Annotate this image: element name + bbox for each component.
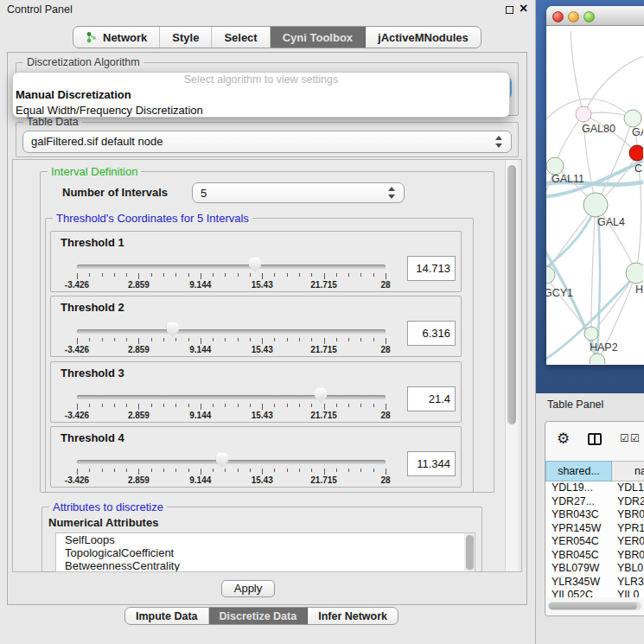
threshold-value-field[interactable]	[407, 256, 456, 281]
checkbox-icon[interactable]: ☑	[630, 432, 640, 444]
network-view-window[interactable]: GAL80GACGAL11GAL4GCY1HHAP2	[546, 6, 644, 365]
attribute-item[interactable]: BetweennessCentrality	[56, 559, 475, 572]
slider-thumb[interactable]	[315, 388, 327, 403]
slider-thumb[interactable]	[249, 258, 261, 272]
slider-track[interactable]	[77, 460, 386, 464]
dropdown-option[interactable]: Equal Width/Frequency Discretization	[13, 103, 509, 118]
minimize-traffic-light-icon[interactable]	[568, 11, 579, 22]
table-row[interactable]: YBL079WYBL0	[545, 562, 644, 576]
tab-jactivemnodules[interactable]: jActiveMNodules	[366, 27, 481, 48]
tick-mark	[89, 338, 90, 341]
slider-track[interactable]	[77, 265, 386, 269]
threshold-value-field[interactable]	[407, 321, 456, 346]
group-title-attributes: Attributes to discretize	[49, 501, 167, 513]
table-data-combobox[interactable]: galFiltered.sif default node	[22, 131, 512, 153]
threshold-slider[interactable]: -3.4262.8599.14415.4321.71528	[51, 362, 461, 422]
network-canvas[interactable]: GAL80GACGAL11GAL4GCY1HHAP2	[546, 26, 643, 364]
network-node[interactable]	[546, 266, 555, 284]
table-row[interactable]: YDL19...YDL1	[545, 481, 644, 495]
float-window-icon[interactable]	[506, 6, 513, 14]
network-node[interactable]	[590, 354, 605, 364]
tick-mark	[151, 404, 152, 407]
tick-mark	[188, 273, 189, 277]
threshold-slider[interactable]: -3.4262.8599.14415.4321.71528	[51, 232, 461, 291]
numerical-attributes-list[interactable]: SelfLoopsTopologicalCoefficientBetweenne…	[55, 532, 475, 572]
tick-mark	[126, 338, 127, 341]
tick-mark	[213, 338, 214, 341]
tick-mark	[188, 404, 189, 407]
column-header-shared[interactable]: shared...	[545, 461, 612, 481]
scrollbar-thumb[interactable]	[466, 535, 474, 570]
network-node[interactable]	[546, 157, 564, 175]
table-row[interactable]: YER054CYER0	[545, 535, 644, 549]
table-row[interactable]: YPR145WYPR1	[545, 522, 644, 536]
number-of-intervals-spinner[interactable]: 5	[192, 182, 405, 203]
checkbox-icon[interactable]: ☑	[620, 432, 629, 444]
tab-impute-data[interactable]: Impute Data	[125, 608, 209, 624]
tab-select[interactable]: Select	[212, 27, 270, 48]
tick-mark	[201, 273, 201, 279]
network-node[interactable]	[583, 193, 608, 217]
slider-thumb[interactable]	[216, 453, 228, 468]
attribute-item[interactable]: SelfLoops	[56, 533, 475, 546]
tab-discretize-data[interactable]: Discretize Data	[209, 608, 309, 624]
panel-scrollbar[interactable]	[505, 160, 518, 571]
tick-mark	[225, 338, 226, 341]
tab-cyni-toolbox[interactable]: Cyni Toolbox	[271, 27, 366, 48]
threshold-value-field[interactable]	[407, 386, 456, 411]
tick-mark	[299, 404, 300, 407]
tick-mark	[77, 273, 78, 279]
scrollbar-thumb[interactable]	[549, 603, 637, 609]
tab-infer-network[interactable]: Infer Network	[308, 608, 398, 624]
slider-thumb[interactable]	[167, 322, 179, 337]
table-row[interactable]: YIL052CYIL0	[545, 589, 644, 597]
tick-mark	[250, 273, 251, 277]
tick-mark	[348, 273, 349, 277]
network-edge[interactable]	[597, 216, 600, 360]
slider-tick-labels: -3.4262.8599.14415.4321.71528	[77, 345, 386, 355]
table-row[interactable]: YBR043CYBR0	[545, 508, 644, 522]
tick-mark	[287, 404, 288, 407]
network-node[interactable]	[624, 110, 641, 127]
network-node[interactable]	[629, 145, 643, 161]
tick-mark	[299, 273, 300, 277]
dropdown-option[interactable]: Manual Discretization	[13, 87, 509, 103]
tab-network[interactable]: Network	[73, 27, 160, 48]
table-row[interactable]: YLR345WYLR3	[545, 576, 644, 590]
network-node[interactable]	[584, 327, 598, 341]
tick-label: 28	[380, 345, 390, 354]
network-window-titlebar[interactable]	[546, 6, 644, 26]
tick-mark	[201, 404, 201, 410]
close-traffic-light-icon[interactable]	[552, 11, 564, 22]
numerical-attributes-heading: Numerical Attributes	[48, 516, 158, 529]
tick-mark	[311, 404, 312, 407]
tab-label: Discretize Data	[220, 610, 297, 622]
apply-button[interactable]: Apply	[221, 580, 275, 597]
attribute-item[interactable]: TopologicalCoefficient	[56, 546, 475, 559]
attributes-list-scrollbar[interactable]	[464, 533, 475, 571]
tick-mark	[287, 338, 288, 341]
gear-icon[interactable]: ⚙	[557, 430, 570, 447]
slider-track[interactable]	[77, 395, 386, 399]
network-edge[interactable]	[591, 205, 596, 334]
table-row[interactable]: YDR27...YDR2	[545, 495, 644, 509]
threshold-slider[interactable]: -3.4262.8599.14415.4321.71528	[51, 296, 461, 356]
threshold-slider[interactable]: -3.4262.8599.14415.4321.71528	[51, 427, 461, 487]
scrollbar-thumb[interactable]	[507, 165, 516, 424]
algorithm-dropdown-popup: Select algorithm to view settings Manual…	[12, 72, 510, 118]
network-node[interactable]	[576, 106, 591, 122]
tick-mark	[262, 469, 263, 475]
zoom-traffic-light-icon[interactable]	[583, 11, 595, 22]
slider-track[interactable]	[77, 329, 386, 334]
tick-label: -3.426	[65, 411, 89, 420]
split-columns-icon[interactable]	[588, 433, 602, 445]
close-icon[interactable]: ×	[520, 1, 527, 16]
threshold-value-field[interactable]	[407, 451, 456, 476]
tab-style[interactable]: Style	[160, 27, 212, 48]
table-horizontal-scrollbar[interactable]	[548, 602, 641, 610]
table-cell: YDL19...	[545, 481, 612, 495]
table-row[interactable]: YBR045CYBR0	[545, 549, 644, 563]
column-header-name[interactable]: na	[612, 461, 644, 481]
tick-mark	[373, 404, 374, 407]
network-node[interactable]	[626, 263, 643, 284]
